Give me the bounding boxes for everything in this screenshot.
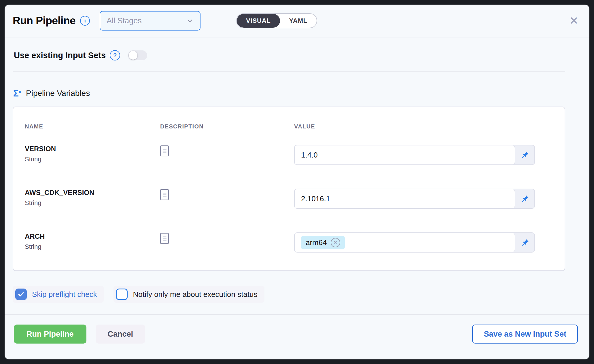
- variable-value-cell: arm64 ✕: [294, 232, 553, 253]
- run-pipeline-modal: Run Pipeline i All Stages VISUAL YAML ✕ …: [5, 5, 589, 359]
- variable-type: String: [25, 199, 160, 207]
- variable-name: ARCH: [25, 232, 160, 240]
- pin-icon[interactable]: [515, 189, 534, 208]
- run-pipeline-button[interactable]: Run Pipeline: [14, 325, 86, 344]
- table-row-version: VERSION String 1.4.0: [25, 145, 553, 165]
- visual-yaml-toggle: VISUAL YAML: [236, 13, 317, 28]
- notify-only-me-option[interactable]: Notify only me about execution status: [113, 286, 264, 303]
- input-sets-label: Use existing Input Sets: [14, 51, 106, 60]
- aws-cdk-version-value-input[interactable]: 2.1016.1: [295, 189, 515, 208]
- close-icon[interactable]: ✕: [568, 14, 580, 27]
- arch-value-input[interactable]: arm64 ✕: [295, 233, 515, 252]
- table-row-aws-cdk-version: AWS_CDK_VERSION String 2.1016.1: [25, 189, 553, 209]
- toggle-knob: [129, 51, 137, 60]
- variable-name: AWS_CDK_VERSION: [25, 189, 160, 197]
- variables-sigma-icon: Σx: [13, 89, 21, 98]
- variable-name-cell: AWS_CDK_VERSION String: [25, 189, 160, 207]
- checkbox-checked-icon[interactable]: [15, 289, 27, 300]
- variable-description-cell: [160, 145, 294, 156]
- section-divider: [13, 71, 565, 72]
- column-header-description: DESCRIPTION: [160, 123, 294, 130]
- pin-icon[interactable]: [515, 145, 534, 164]
- stage-select-value: All Stages: [107, 16, 142, 25]
- variable-value-cell: 1.4.0: [294, 145, 553, 165]
- tab-visual[interactable]: VISUAL: [237, 14, 280, 28]
- variable-type: String: [25, 243, 160, 251]
- tab-yaml[interactable]: YAML: [280, 14, 317, 28]
- modal-footer: Run Pipeline Cancel Save as New Input Se…: [5, 315, 589, 344]
- skip-preflight-label: Skip preflight check: [32, 290, 97, 299]
- modal-header: Run Pipeline i All Stages VISUAL YAML ✕: [5, 5, 589, 37]
- screen-backdrop: Run Pipeline i All Stages VISUAL YAML ✕ …: [0, 0, 594, 364]
- description-note-icon: [160, 145, 169, 156]
- table-row-arch: ARCH String arm64 ✕: [25, 232, 553, 253]
- variable-description-cell: [160, 232, 294, 244]
- input-sets-toggle[interactable]: [128, 50, 147, 60]
- page-title: Run Pipeline: [13, 15, 75, 27]
- column-header-name: NAME: [25, 123, 160, 130]
- arm64-tag: arm64 ✕: [301, 236, 345, 249]
- cancel-button[interactable]: Cancel: [96, 325, 145, 344]
- description-note-icon: [160, 189, 169, 200]
- checkbox-unchecked-icon[interactable]: [116, 289, 128, 300]
- info-icon[interactable]: i: [80, 16, 90, 26]
- version-value-input[interactable]: 1.4.0: [295, 145, 515, 164]
- variable-name-cell: VERSION String: [25, 145, 160, 163]
- variables-card: NAME DESCRIPTION VALUE VERSION String 1: [13, 107, 565, 271]
- value-input-group: 1.4.0: [294, 145, 535, 165]
- value-input-group: arm64 ✕: [294, 232, 535, 253]
- save-as-new-input-set-button[interactable]: Save as New Input Set: [472, 325, 578, 344]
- variables-table-header: NAME DESCRIPTION VALUE: [25, 123, 553, 130]
- execution-options: Skip preflight check Notify only me abou…: [13, 286, 589, 303]
- variable-type: String: [25, 156, 160, 163]
- variable-name-cell: ARCH String: [25, 232, 160, 251]
- value-input-group: 2.1016.1: [294, 189, 535, 209]
- variable-name: VERSION: [25, 145, 160, 153]
- pin-icon[interactable]: [515, 233, 534, 252]
- stage-select-dropdown[interactable]: All Stages: [100, 11, 200, 31]
- chevron-down-icon: [186, 17, 194, 24]
- help-icon[interactable]: ?: [110, 50, 120, 60]
- column-header-value: VALUE: [294, 123, 553, 130]
- variable-description-cell: [160, 189, 294, 200]
- description-note-icon: [160, 233, 169, 244]
- pipeline-variables-title: Pipeline Variables: [26, 89, 90, 98]
- pipeline-variables-header: Σx Pipeline Variables: [13, 89, 589, 98]
- variable-value-cell: 2.1016.1: [294, 189, 553, 209]
- tag-label: arm64: [306, 238, 327, 247]
- tag-remove-icon[interactable]: ✕: [331, 238, 340, 247]
- notify-only-me-label: Notify only me about execution status: [133, 290, 257, 299]
- input-sets-section: Use existing Input Sets ?: [14, 50, 589, 60]
- skip-preflight-option[interactable]: Skip preflight check: [13, 286, 104, 303]
